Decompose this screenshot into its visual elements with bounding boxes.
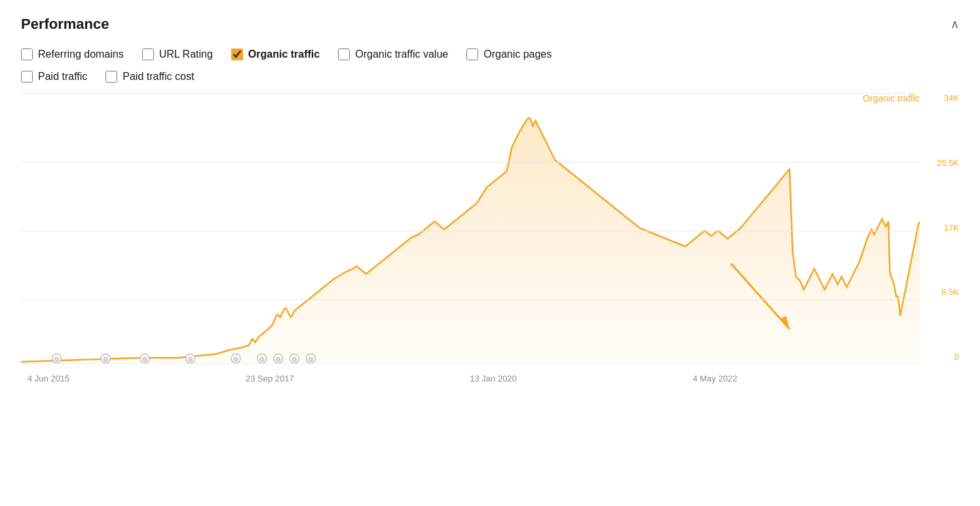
- checkbox-label-organic_pages: Organic pages: [483, 49, 552, 60]
- y-label-3: 17K: [923, 223, 959, 233]
- svg-text:G: G: [309, 356, 313, 362]
- x-label-4: 4 May 2022: [692, 374, 737, 383]
- checkbox-referring_domains[interactable]: [21, 49, 33, 60]
- x-label-1: 4 Jun 2015: [28, 374, 69, 383]
- checkbox-label-paid_traffic: Paid traffic: [38, 71, 87, 83]
- checkboxes-row-1: Referring domainsURL RatingOrganic traff…: [21, 49, 959, 60]
- checkbox-label-paid_traffic_cost: Paid traffic cost: [122, 71, 194, 83]
- collapse-button[interactable]: ∧: [951, 17, 959, 31]
- x-label-3: 13 Jan 2020: [470, 374, 517, 383]
- checkbox-item-organic_traffic_value[interactable]: Organic traffic value: [338, 49, 448, 60]
- chart-svg: G G G G G G G G G: [21, 93, 920, 368]
- performance-chart: Organic traffic: [21, 93, 959, 408]
- checkbox-organic_pages[interactable]: [466, 49, 478, 60]
- checkbox-organic_traffic[interactable]: [231, 49, 243, 60]
- x-axis: 4 Jun 2015 23 Sep 2017 13 Jan 2020 4 May…: [21, 374, 920, 383]
- svg-text:G: G: [292, 356, 297, 362]
- svg-text:G: G: [54, 356, 59, 362]
- checkbox-item-organic_pages[interactable]: Organic pages: [466, 49, 552, 60]
- checkbox-label-organic_traffic_value: Organic traffic value: [355, 49, 448, 60]
- checkbox-item-paid_traffic_cost[interactable]: Paid traffic cost: [105, 71, 194, 83]
- checkbox-item-paid_traffic[interactable]: Paid traffic: [21, 71, 87, 83]
- checkbox-item-referring_domains[interactable]: Referring domains: [21, 49, 124, 60]
- checkbox-organic_traffic_value[interactable]: [338, 49, 350, 60]
- checkbox-label-url_rating: URL Rating: [159, 49, 213, 60]
- svg-text:G: G: [234, 356, 238, 362]
- checkbox-item-url_rating[interactable]: URL Rating: [142, 49, 213, 60]
- y-label-2: 25.5K: [923, 158, 959, 168]
- checkbox-url_rating[interactable]: [142, 49, 154, 60]
- checkbox-item-organic_traffic[interactable]: Organic traffic: [231, 49, 320, 60]
- checkbox-label-organic_traffic: Organic traffic: [248, 49, 320, 60]
- y-axis: 34K 25.5K 17K 8.5K 0: [923, 93, 959, 368]
- svg-text:G: G: [188, 356, 193, 362]
- svg-text:G: G: [142, 356, 147, 362]
- x-label-2: 23 Sep 2017: [246, 374, 294, 383]
- page-title: Performance: [21, 16, 109, 33]
- y-label-4: 8.5K: [923, 287, 959, 297]
- checkboxes-row-2: Paid trafficPaid traffic cost: [21, 71, 959, 83]
- performance-header: Performance ∧: [21, 16, 959, 33]
- y-label-top: 34K: [923, 93, 959, 103]
- y-label-bottom: 0: [923, 352, 959, 362]
- checkbox-label-referring_domains: Referring domains: [38, 49, 124, 60]
- chart-area: G G G G G G G G G: [21, 93, 920, 368]
- svg-text:G: G: [276, 356, 280, 362]
- checkbox-paid_traffic[interactable]: [21, 71, 33, 83]
- svg-text:G: G: [104, 356, 108, 362]
- svg-text:G: G: [259, 356, 264, 362]
- checkbox-paid_traffic_cost[interactable]: [105, 71, 117, 83]
